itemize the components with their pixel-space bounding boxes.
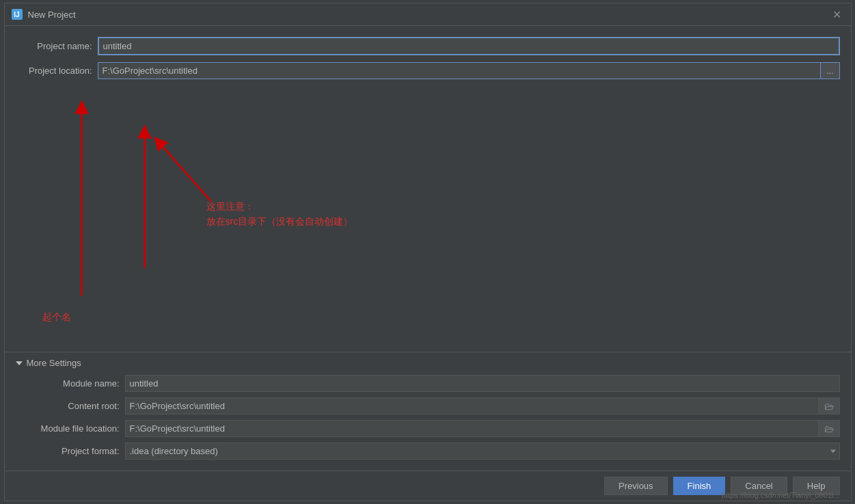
module-name-input[interactable] xyxy=(125,375,840,392)
project-location-label: Project location: xyxy=(16,66,98,76)
project-format-label: Project format: xyxy=(16,446,125,456)
project-format-select[interactable]: .idea (directory based) xyxy=(125,443,840,460)
project-name-label: Project name: xyxy=(16,41,98,51)
module-name-label: Module name: xyxy=(16,378,125,389)
triangle-down-icon xyxy=(16,361,23,365)
title-bar: IJ New Project ✕ xyxy=(5,3,851,26)
finish-button[interactable]: Finish xyxy=(673,477,726,495)
module-file-input[interactable] xyxy=(125,420,818,437)
annotation-area: 这里注意： 放在src目录下（没有会自动创建） 起个名 xyxy=(5,86,851,352)
top-form: Project name: Project location: ... xyxy=(5,26,851,86)
annotation-main-text: 这里注意： 放在src目录下（没有会自动创建） xyxy=(206,199,353,229)
previous-button[interactable]: Previous xyxy=(604,477,668,495)
project-location-row: Project location: ... xyxy=(16,62,840,79)
module-file-label: Module file location: xyxy=(16,423,125,434)
project-format-row: Project format: .idea (directory based) xyxy=(16,443,840,460)
content-root-label: Content root: xyxy=(16,401,125,411)
module-name-row: Module name: xyxy=(16,375,840,392)
module-file-row: Module file location: 🗁 xyxy=(16,420,840,437)
svg-line-2 xyxy=(159,142,211,201)
content-root-input[interactable] xyxy=(125,397,818,415)
content-root-row: Content root: 🗁 xyxy=(16,397,840,415)
annotation-name-text: 起个名 xyxy=(42,311,71,324)
arrows-svg xyxy=(5,86,851,352)
new-project-dialog: IJ New Project ✕ Project name: Project l… xyxy=(4,3,852,501)
more-settings-toggle[interactable]: More Settings xyxy=(16,358,840,368)
project-name-row: Project name: xyxy=(16,37,840,55)
dialog-body: Project name: Project location: ... xyxy=(5,26,851,471)
more-settings-section: More Settings Module name: Content root:… xyxy=(5,352,851,471)
content-root-wrapper: 🗁 xyxy=(125,397,840,415)
module-file-wrapper: 🗁 xyxy=(125,420,840,437)
content-root-browse-button[interactable]: 🗁 xyxy=(818,397,840,415)
app-icon: IJ xyxy=(12,9,23,20)
close-button[interactable]: ✕ xyxy=(830,8,844,21)
project-name-input[interactable] xyxy=(98,37,840,55)
project-format-wrapper: .idea (directory based) xyxy=(125,443,840,460)
browse-button[interactable]: ... xyxy=(820,62,839,79)
dialog-title: New Project xyxy=(28,10,76,20)
watermark: https://blog.csdn.net/Tianyi_0801i... xyxy=(722,491,840,499)
project-location-input[interactable] xyxy=(98,62,821,79)
more-settings-label: More Settings xyxy=(27,358,81,368)
title-bar-left: IJ New Project xyxy=(12,9,76,20)
project-location-field-wrapper: ... xyxy=(98,62,840,79)
module-file-browse-button[interactable]: 🗁 xyxy=(818,420,840,437)
